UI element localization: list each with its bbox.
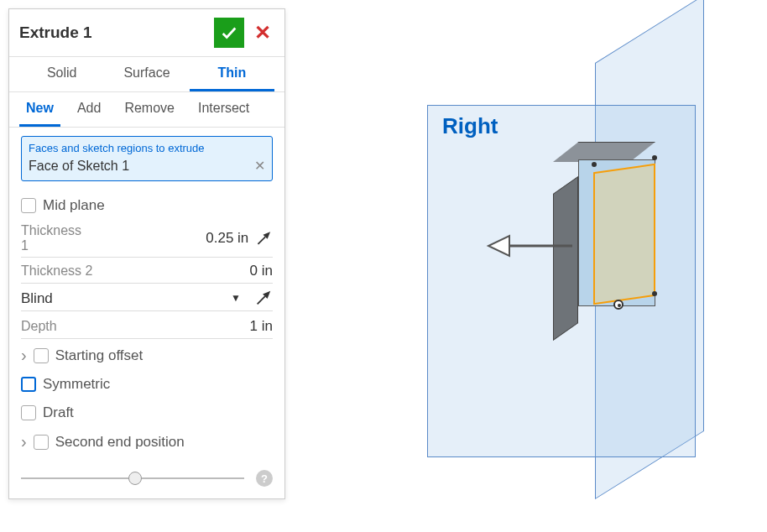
tab-new[interactable]: New [19,92,60,127]
check-icon [220,23,238,42]
second-end-label: Second end position [55,434,185,451]
symmetric-row: Symmetric [21,370,273,399]
starting-offset-label: Starting offset [55,347,143,364]
extrude-dialog: Extrude 1 ✕ Solid Surface Thin New Add R… [8,8,285,499]
opacity-slider[interactable] [21,477,244,479]
thickness1-label: Thickness 1 [21,223,81,253]
sketch-face-highlight [593,164,655,305]
dialog-header: Extrude 1 ✕ [9,9,284,57]
second-end-checkbox[interactable] [34,435,49,450]
symmetric-label: Symmetric [43,376,110,393]
thickness1-row: Thickness 1 [21,220,273,258]
draft-checkbox[interactable] [21,405,36,420]
selection-input[interactable]: Faces and sketch regions to extrude Face… [21,136,273,181]
selection-chip: Face of Sketch 1 ✕ [29,158,265,174]
flip-direction-icon[interactable] [255,229,273,248]
mid-plane-row: Mid plane [21,191,273,220]
thickness2-input[interactable] [95,263,273,279]
second-end-row: › Second end position [21,427,273,456]
starting-offset-checkbox[interactable] [34,348,49,363]
chevron-down-icon: ▼ [231,292,241,304]
chevron-right-icon[interactable]: › [21,346,27,365]
tab-thin[interactable]: Thin [190,57,274,91]
depth-row: Depth [21,315,273,339]
svg-line-0 [258,237,266,244]
tab-add[interactable]: Add [70,92,107,127]
origin-marker [613,300,624,310]
starting-offset-row: › Starting offset [21,341,273,370]
confirm-button[interactable] [214,18,244,48]
thickness1-input[interactable] [81,230,248,247]
depth-label: Depth [21,319,95,334]
draft-row: Draft [21,399,273,427]
tab-remove[interactable]: Remove [117,92,181,127]
flip-direction-icon[interactable] [254,289,273,307]
direction-arrow-icon[interactable] [484,229,577,263]
svg-marker-3 [488,236,509,256]
tab-intersect[interactable]: Intersect [191,92,256,127]
tab-solid[interactable]: Solid [19,57,104,91]
boolean-mode-tabs: New Add Remove Intersect [9,92,284,128]
slider-thumb[interactable] [128,472,142,485]
close-icon: ✕ [254,21,271,44]
end-type-row: Blind ▼ [21,285,273,311]
dialog-footer: ? [9,462,284,498]
plane-label: Right [442,113,498,139]
selection-label: Faces and sketch regions to extrude [29,142,265,154]
viewport-3d[interactable]: Right [402,80,754,499]
depth-input[interactable] [95,318,273,335]
sketch-vertex [652,291,657,296]
draft-label: Draft [43,404,74,421]
sketch-vertex [652,155,657,160]
help-icon[interactable]: ? [256,470,273,487]
mid-plane-checkbox[interactable] [21,198,36,213]
chevron-right-icon[interactable]: › [21,432,27,451]
sketch-vertex [592,162,597,167]
surface-type-tabs: Solid Surface Thin [9,57,284,92]
extruded-solid [553,138,666,306]
svg-line-1 [258,296,265,304]
thickness2-label: Thickness 2 [21,263,95,279]
dialog-body: Faces and sketch regions to extrude Face… [9,128,284,462]
chip-remove-icon[interactable]: ✕ [254,158,265,174]
chip-text: Face of Sketch 1 [29,159,254,174]
thickness2-row: Thickness 2 [21,259,273,284]
dialog-title: Extrude 1 [19,23,214,42]
mid-plane-label: Mid plane [43,197,105,214]
tab-surface[interactable]: Surface [104,57,189,91]
end-type-select[interactable]: Blind [21,290,231,306]
symmetric-checkbox[interactable] [21,377,36,392]
cancel-button[interactable]: ✕ [251,21,274,44]
